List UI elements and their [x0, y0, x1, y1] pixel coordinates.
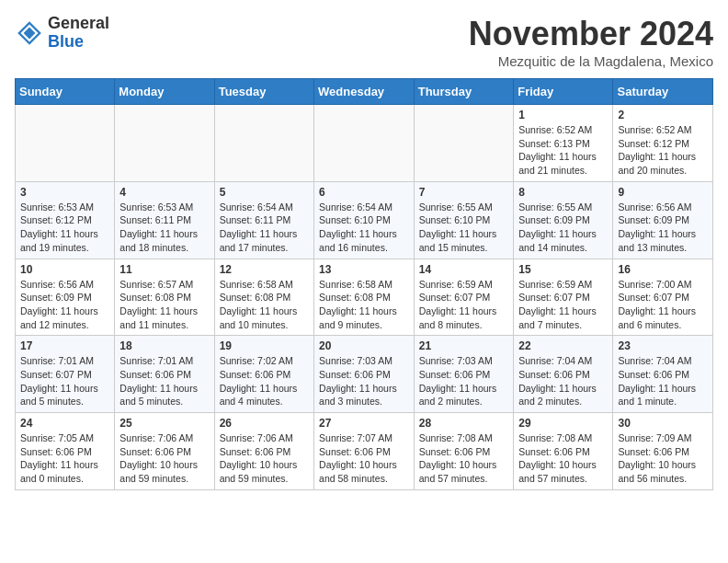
calendar-cell: 14Sunrise: 6:59 AM Sunset: 6:07 PM Dayli…: [414, 259, 513, 336]
day-number: 4: [119, 186, 209, 199]
day-info: Sunrise: 7:00 AM Sunset: 6:07 PM Dayligh…: [618, 278, 708, 332]
day-number: 20: [319, 339, 409, 352]
calendar-cell: 23Sunrise: 7:04 AM Sunset: 6:06 PM Dayli…: [613, 336, 713, 413]
calendar-cell: 8Sunrise: 6:55 AM Sunset: 6:09 PM Daylig…: [514, 181, 613, 259]
weekday-header-friday: Friday: [514, 79, 613, 105]
day-info: Sunrise: 7:05 AM Sunset: 6:06 PM Dayligh…: [20, 431, 109, 486]
calendar-cell: 17Sunrise: 7:01 AM Sunset: 6:07 PM Dayli…: [16, 336, 115, 413]
calendar-cell: 9Sunrise: 6:56 AM Sunset: 6:09 PM Daylig…: [613, 181, 713, 259]
weekday-header-sunday: Sunday: [16, 79, 115, 105]
day-info: Sunrise: 7:06 AM Sunset: 6:06 PM Dayligh…: [119, 431, 209, 486]
day-number: 11: [119, 263, 209, 276]
day-info: Sunrise: 6:55 AM Sunset: 6:09 PM Dayligh…: [518, 201, 608, 255]
calendar-cell: 27Sunrise: 7:07 AM Sunset: 6:06 PM Dayli…: [314, 413, 415, 490]
calendar-cell: 19Sunrise: 7:02 AM Sunset: 6:06 PM Dayli…: [214, 336, 313, 413]
day-number: 1: [518, 109, 608, 121]
day-info: Sunrise: 6:54 AM Sunset: 6:11 PM Dayligh…: [220, 201, 309, 255]
day-number: 9: [618, 186, 708, 199]
day-number: 10: [20, 263, 109, 276]
calendar-cell: 26Sunrise: 7:06 AM Sunset: 6:06 PM Dayli…: [214, 413, 313, 490]
calendar-week-3: 10Sunrise: 6:56 AM Sunset: 6:09 PM Dayli…: [16, 259, 713, 336]
day-number: 23: [618, 339, 708, 352]
calendar-cell: 5Sunrise: 6:54 AM Sunset: 6:11 PM Daylig…: [214, 181, 313, 259]
day-info: Sunrise: 6:56 AM Sunset: 6:09 PM Dayligh…: [618, 201, 708, 255]
calendar-cell: [214, 105, 313, 182]
calendar-cell: 22Sunrise: 7:04 AM Sunset: 6:06 PM Dayli…: [514, 336, 613, 413]
day-info: Sunrise: 7:07 AM Sunset: 6:06 PM Dayligh…: [319, 431, 409, 486]
day-number: 15: [518, 263, 608, 276]
day-number: 12: [220, 263, 309, 276]
calendar-cell: 25Sunrise: 7:06 AM Sunset: 6:06 PM Dayli…: [115, 413, 214, 490]
day-info: Sunrise: 7:09 AM Sunset: 6:06 PM Dayligh…: [618, 431, 708, 486]
day-number: 29: [518, 417, 608, 430]
day-info: Sunrise: 7:01 AM Sunset: 6:06 PM Dayligh…: [119, 354, 209, 408]
calendar-week-5: 24Sunrise: 7:05 AM Sunset: 6:06 PM Dayli…: [16, 413, 713, 490]
day-number: 22: [518, 339, 608, 352]
day-info: Sunrise: 6:54 AM Sunset: 6:10 PM Dayligh…: [319, 201, 409, 255]
day-number: 27: [319, 417, 409, 430]
day-number: 18: [119, 339, 209, 352]
calendar-cell: 21Sunrise: 7:03 AM Sunset: 6:06 PM Dayli…: [414, 336, 513, 413]
day-info: Sunrise: 7:04 AM Sunset: 6:06 PM Dayligh…: [518, 354, 608, 408]
calendar-cell: 30Sunrise: 7:09 AM Sunset: 6:06 PM Dayli…: [613, 413, 713, 490]
calendar-cell: 15Sunrise: 6:59 AM Sunset: 6:07 PM Dayli…: [514, 259, 613, 336]
day-info: Sunrise: 7:02 AM Sunset: 6:06 PM Dayligh…: [220, 354, 309, 408]
calendar-cell: 18Sunrise: 7:01 AM Sunset: 6:06 PM Dayli…: [115, 336, 214, 413]
day-info: Sunrise: 6:55 AM Sunset: 6:10 PM Dayligh…: [419, 201, 508, 255]
calendar-cell: 29Sunrise: 7:08 AM Sunset: 6:06 PM Dayli…: [514, 413, 613, 490]
day-number: 16: [618, 263, 708, 276]
day-info: Sunrise: 7:08 AM Sunset: 6:06 PM Dayligh…: [518, 431, 608, 486]
day-info: Sunrise: 7:04 AM Sunset: 6:06 PM Dayligh…: [618, 354, 708, 408]
day-info: Sunrise: 7:03 AM Sunset: 6:06 PM Dayligh…: [319, 354, 409, 408]
calendar-cell: 7Sunrise: 6:55 AM Sunset: 6:10 PM Daylig…: [414, 181, 513, 259]
calendar-cell: [314, 105, 415, 182]
weekday-header-thursday: Thursday: [414, 79, 513, 105]
weekday-header-tuesday: Tuesday: [214, 79, 313, 105]
day-number: 25: [119, 417, 209, 430]
calendar-cell: 1Sunrise: 6:52 AM Sunset: 6:13 PM Daylig…: [514, 105, 613, 182]
calendar-cell: 20Sunrise: 7:03 AM Sunset: 6:06 PM Dayli…: [314, 336, 415, 413]
calendar-cell: 12Sunrise: 6:58 AM Sunset: 6:08 PM Dayli…: [214, 259, 313, 336]
calendar-cell: 4Sunrise: 6:53 AM Sunset: 6:11 PM Daylig…: [115, 181, 214, 259]
day-number: 19: [220, 339, 309, 352]
title-block: November 2024 Mezquitic de la Magdalena,…: [469, 15, 713, 69]
calendar-cell: [414, 105, 513, 182]
day-info: Sunrise: 6:59 AM Sunset: 6:07 PM Dayligh…: [518, 278, 608, 332]
day-number: 21: [419, 339, 508, 352]
day-info: Sunrise: 6:58 AM Sunset: 6:08 PM Dayligh…: [220, 278, 309, 332]
calendar-cell: 13Sunrise: 6:58 AM Sunset: 6:08 PM Dayli…: [314, 259, 415, 336]
day-number: 3: [20, 186, 109, 199]
day-info: Sunrise: 7:06 AM Sunset: 6:06 PM Dayligh…: [220, 431, 309, 486]
day-info: Sunrise: 6:58 AM Sunset: 6:08 PM Dayligh…: [319, 278, 409, 332]
calendar-cell: [16, 105, 115, 182]
page-header: General Blue November 2024 Mezquitic de …: [15, 15, 713, 69]
day-number: 8: [518, 186, 608, 199]
calendar-week-2: 3Sunrise: 6:53 AM Sunset: 6:12 PM Daylig…: [16, 181, 713, 259]
day-info: Sunrise: 6:53 AM Sunset: 6:11 PM Dayligh…: [119, 201, 209, 255]
day-info: Sunrise: 6:52 AM Sunset: 6:13 PM Dayligh…: [518, 123, 608, 178]
calendar-cell: [115, 105, 214, 182]
day-info: Sunrise: 6:52 AM Sunset: 6:12 PM Dayligh…: [618, 123, 708, 178]
calendar-week-1: 1Sunrise: 6:52 AM Sunset: 6:13 PM Daylig…: [16, 105, 713, 182]
weekday-header-saturday: Saturday: [613, 79, 713, 105]
logo: General Blue: [15, 15, 109, 52]
day-number: 24: [20, 417, 109, 430]
calendar-cell: 3Sunrise: 6:53 AM Sunset: 6:12 PM Daylig…: [16, 181, 115, 259]
day-number: 5: [220, 186, 309, 199]
calendar-table: SundayMondayTuesdayWednesdayThursdayFrid…: [15, 78, 713, 490]
calendar-cell: 6Sunrise: 6:54 AM Sunset: 6:10 PM Daylig…: [314, 181, 415, 259]
day-number: 14: [419, 263, 508, 276]
month-title: November 2024: [469, 15, 713, 53]
calendar-cell: 24Sunrise: 7:05 AM Sunset: 6:06 PM Dayli…: [16, 413, 115, 490]
day-info: Sunrise: 6:57 AM Sunset: 6:08 PM Dayligh…: [119, 278, 209, 332]
day-number: 2: [618, 109, 708, 121]
day-number: 26: [220, 417, 309, 430]
day-number: 7: [419, 186, 508, 199]
day-number: 17: [20, 339, 109, 352]
day-info: Sunrise: 7:08 AM Sunset: 6:06 PM Dayligh…: [419, 431, 508, 486]
calendar-cell: 28Sunrise: 7:08 AM Sunset: 6:06 PM Dayli…: [414, 413, 513, 490]
logo-text: General Blue: [48, 15, 109, 52]
day-info: Sunrise: 7:01 AM Sunset: 6:07 PM Dayligh…: [20, 354, 109, 408]
location-subtitle: Mezquitic de la Magdalena, Mexico: [469, 53, 713, 69]
weekday-header-wednesday: Wednesday: [314, 79, 415, 105]
